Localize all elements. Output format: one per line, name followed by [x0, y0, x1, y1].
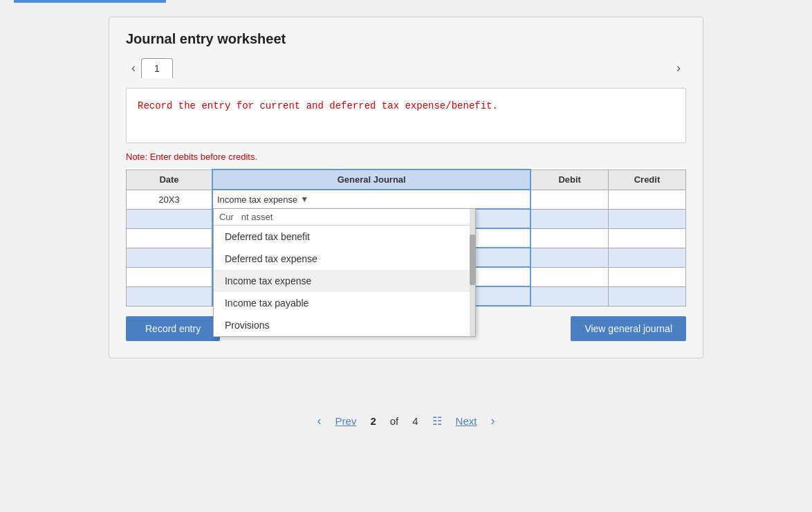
dropdown-menu: Deferred tax benefit Deferred tax expens…	[213, 208, 476, 337]
dropdown-scrollbar[interactable]	[470, 209, 475, 336]
instruction-text: Record the entry for current and deferre…	[138, 100, 498, 111]
date-cell	[127, 267, 212, 286]
bottom-navigation: ‹ Prev 2 of 4 ☷ Next ›	[317, 414, 495, 428]
gj-cell[interactable]: Income tax expense ▼ Deferred tax benefi…	[212, 190, 531, 209]
tab-prev-arrow[interactable]: ‹	[126, 58, 141, 78]
debit-cell[interactable]	[530, 286, 608, 306]
col-general-journal: General Journal	[212, 170, 531, 190]
page-info-total: 4	[412, 415, 418, 427]
debit-cell[interactable]	[530, 190, 608, 209]
col-date: Date	[127, 170, 212, 190]
dropdown-item-provisions[interactable]: Provisions	[214, 314, 475, 336]
worksheet-container: Journal entry worksheet ‹ 1 › Record the…	[109, 17, 703, 358]
page-wrapper: Journal entry worksheet ‹ 1 › Record the…	[0, 3, 812, 442]
tab-1[interactable]: 1	[141, 58, 173, 78]
grid-icon[interactable]: ☷	[432, 414, 442, 428]
page-info-of: of	[390, 415, 399, 427]
prev-link[interactable]: Prev	[335, 415, 357, 427]
credit-cell[interactable]	[608, 209, 685, 228]
table-row: 20X3 Income tax expense ▼	[127, 190, 686, 209]
record-entry-button[interactable]: Record entry	[126, 316, 220, 341]
prev-arrow-button[interactable]: ‹	[317, 414, 322, 428]
col-debit: Debit	[530, 170, 608, 190]
dropdown-item-deferred-tax-expense[interactable]: Deferred tax expense	[214, 248, 475, 270]
next-arrow-button[interactable]: ›	[490, 414, 495, 428]
journal-table: Date General Journal Debit Credit 20X3 I…	[126, 169, 686, 307]
date-cell: 20X3	[127, 190, 212, 209]
credit-cell[interactable]	[608, 286, 685, 306]
credit-cell[interactable]	[608, 228, 685, 248]
dropdown-arrow-icon[interactable]: ▼	[300, 194, 308, 204]
instruction-box: Record the entry for current and deferre…	[126, 88, 686, 143]
dropdown-search-input[interactable]	[219, 212, 470, 222]
date-cell	[127, 286, 212, 306]
dropdown-search[interactable]	[214, 209, 475, 226]
date-cell	[127, 248, 212, 267]
dropdown-item-income-tax-payable[interactable]: Income tax payable	[214, 292, 475, 314]
note-text: Note: Enter debits before credits.	[126, 152, 686, 162]
worksheet-title: Journal entry worksheet	[126, 31, 686, 47]
debit-cell[interactable]	[530, 267, 608, 286]
credit-cell[interactable]	[608, 267, 685, 286]
dropdown-item-deferred-tax-benefit[interactable]: Deferred tax benefit	[214, 226, 475, 248]
next-link[interactable]: Next	[456, 415, 477, 427]
view-general-journal-button[interactable]: View general journal	[571, 316, 686, 341]
dropdown-item-income-tax-expense[interactable]: Income tax expense	[214, 270, 475, 292]
debit-cell[interactable]	[530, 209, 608, 228]
tab-next-arrow[interactable]: ›	[671, 58, 686, 78]
date-cell	[127, 228, 212, 248]
date-cell	[127, 209, 212, 228]
gj-value: Income tax expense	[217, 194, 297, 205]
current-page: 2	[370, 415, 376, 427]
col-credit: Credit	[608, 170, 685, 190]
debit-cell[interactable]	[530, 248, 608, 267]
credit-cell[interactable]	[608, 248, 685, 267]
dropdown-scrollbar-thumb	[470, 235, 475, 286]
credit-cell[interactable]	[608, 190, 685, 209]
tab-navigation: ‹ 1 ›	[126, 58, 686, 78]
debit-cell[interactable]	[530, 228, 608, 248]
